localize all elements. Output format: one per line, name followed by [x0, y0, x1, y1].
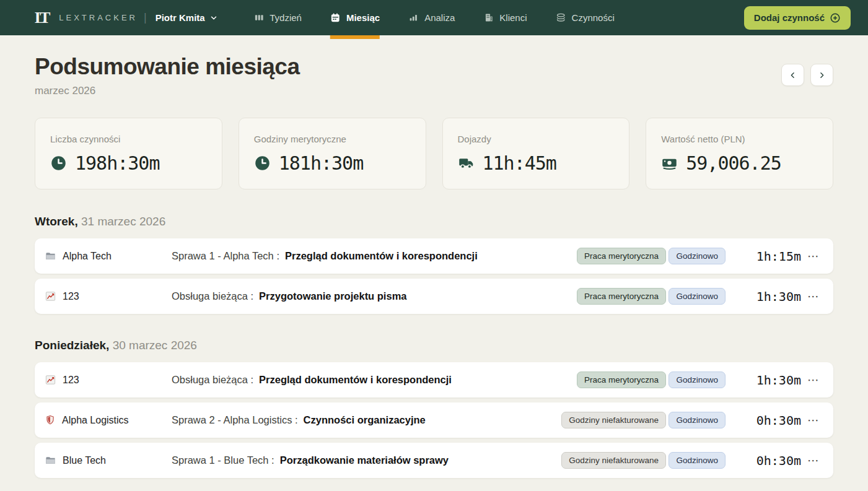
row-menu-button[interactable]: ⋯ [802, 290, 825, 302]
nav-label: Klienci [499, 12, 527, 23]
banknote-icon [661, 155, 678, 172]
week-columns-icon [253, 12, 264, 23]
duration: 1h:30m [726, 289, 801, 304]
work-type-badge: Praca merytoryczna [577, 288, 666, 305]
work-type-badge: Praca merytoryczna [577, 248, 666, 264]
billing-type-badge: Godzinowo [669, 412, 726, 428]
day-heading: Wtorek, 31 marzec 2026 [35, 215, 833, 228]
work-type-badge: Godziny niefakturowane [561, 452, 666, 469]
stat-value: 59,006.25 [686, 152, 781, 174]
case-label: Obsługa bieżąca : [172, 290, 253, 302]
nav-tab-czynnosci[interactable]: Czynności [556, 0, 615, 35]
stat-value: 181h:30m [279, 152, 364, 174]
day-date: 31 marzec 2026 [81, 215, 165, 228]
add-activity-button[interactable]: Dodaj czynność [744, 6, 851, 30]
nav-label: Miesiąc [346, 12, 380, 23]
stat-card-activity-count: Liczba czynności 198h:30m [35, 118, 222, 189]
billing-type-badge: Godzinowo [669, 288, 726, 305]
folder-icon [45, 454, 56, 466]
stat-card-commutes: Dojazdy 11h:45m [442, 118, 630, 189]
duration: 1h:30m [726, 373, 801, 388]
next-month-button[interactable] [810, 64, 833, 86]
nav-label: Czynności [572, 12, 615, 23]
day-heading: Poniedziałek, 30 marzec 2026 [35, 339, 833, 352]
previous-month-button[interactable] [781, 64, 804, 86]
row-menu-button[interactable]: ⋯ [802, 414, 825, 426]
chevron-left-icon [789, 71, 797, 79]
clock-icon [254, 155, 271, 172]
nav-tab-miesiac[interactable]: Miesiąc [330, 0, 380, 35]
activity-row[interactable]: 123 Obsługa bieżąca : Przygotowanie proj… [35, 279, 833, 314]
case-label: Sprawa 1 - Blue Tech : [172, 454, 274, 466]
truck-icon [458, 155, 475, 172]
activity-row[interactable]: 123 Obsługa bieżąca : Przegląd dokumentó… [35, 362, 833, 398]
nav-tab-analiza[interactable]: Analiza [408, 0, 455, 35]
user-name: Piotr Kmita [156, 12, 205, 23]
activity-row[interactable]: Blue Tech Sprawa 1 - Blue Tech : Porządk… [35, 443, 833, 478]
duration: 1h:15m [726, 249, 801, 264]
stat-card-net-value: Wartość netto (PLN) 59,006.25 [646, 118, 833, 189]
activity-row[interactable]: Alpha Logistics Sprawa 2 - Alpha Logisti… [35, 402, 833, 438]
page-title: Podsumowanie miesiąca [35, 54, 300, 80]
client-name: Alpha Tech [63, 251, 112, 262]
duration: 0h:30m [726, 413, 801, 428]
row-menu-button[interactable]: ⋯ [802, 250, 825, 262]
duration: 0h:30m [726, 453, 801, 468]
month-summary-page: Podsumowanie miesiąca marzec 2026 Liczba… [0, 35, 868, 491]
line-chart-icon [45, 374, 56, 386]
nav-label: Tydzień [270, 12, 302, 23]
folder-icon [45, 250, 56, 262]
app-logo: LT LEXTRACKER [35, 9, 138, 27]
nav-tab-klienci[interactable]: Klienci [483, 0, 527, 35]
stat-label: Dojazdy [458, 134, 615, 144]
calendar-icon [330, 12, 341, 23]
case-label: Sprawa 1 - Alpha Tech : [172, 250, 279, 262]
stat-label: Godziny merytoryczne [254, 134, 411, 144]
activity-name: Przegląd dokumentów i korespondencji [259, 374, 452, 386]
activity-row[interactable]: Alpha Tech Sprawa 1 - Alpha Tech : Przeg… [35, 238, 833, 274]
header-divider: | [144, 11, 147, 24]
billing-type-badge: Godzinowo [669, 248, 726, 264]
row-menu-button[interactable]: ⋯ [802, 374, 825, 386]
line-chart-icon [45, 290, 56, 302]
day-name: Wtorek, [35, 215, 78, 228]
client-name: Alpha Logistics [62, 415, 129, 426]
top-navigation-bar: LT LEXTRACKER | Piotr Kmita Tydzień Mies… [0, 0, 868, 35]
case-label: Sprawa 2 - Alpha Logistics : [172, 414, 298, 426]
stat-value: 11h:45m [483, 152, 556, 174]
month-subtitle: marzec 2026 [35, 85, 300, 97]
activity-name: Przygotowanie projektu pisma [259, 290, 406, 302]
chevron-right-icon [818, 71, 826, 79]
day-name: Poniedziałek, [35, 339, 109, 352]
main-nav: Tydzień Miesiąc Analiza Klienci Czynnośc… [253, 0, 615, 35]
activity-name: Przegląd dokumentów i korespondencji [285, 250, 478, 262]
client-name: 123 [63, 291, 79, 302]
client-name: 123 [63, 375, 79, 386]
add-activity-label: Dodaj czynność [754, 12, 825, 23]
case-label: Obsługa bieżąca : [172, 374, 253, 386]
logo-wordmark: LEXTRACKER [59, 13, 138, 22]
chevron-down-icon [209, 14, 218, 22]
work-type-badge: Godziny niefakturowane [561, 412, 666, 428]
day-date: 30 marzec 2026 [113, 339, 197, 352]
row-menu-button[interactable]: ⋯ [802, 454, 825, 466]
clock-icon [50, 155, 67, 172]
stat-label: Liczba czynności [50, 134, 207, 144]
user-menu[interactable]: Piotr Kmita [156, 12, 218, 23]
activity-name: Porządkowanie materiałów sprawy [280, 454, 449, 466]
stack-icon [556, 12, 566, 23]
nav-tab-tydzien[interactable]: Tydzień [253, 0, 302, 35]
logo-mark: LT [35, 9, 50, 27]
building-icon [483, 12, 494, 23]
month-pager [781, 64, 833, 86]
billing-type-badge: Godzinowo [669, 372, 726, 388]
stat-card-billable-hours: Godziny merytoryczne 181h:30m [239, 118, 426, 189]
stat-value: 198h:30m [75, 152, 160, 174]
summary-stats: Liczba czynności 198h:30m Godziny meryto… [35, 118, 833, 189]
shield-icon [45, 414, 56, 426]
nav-label: Analiza [424, 12, 455, 23]
bar-chart-icon [408, 12, 419, 23]
client-name: Blue Tech [63, 455, 106, 466]
work-type-badge: Praca merytoryczna [577, 372, 666, 388]
stat-label: Wartość netto (PLN) [661, 134, 818, 144]
